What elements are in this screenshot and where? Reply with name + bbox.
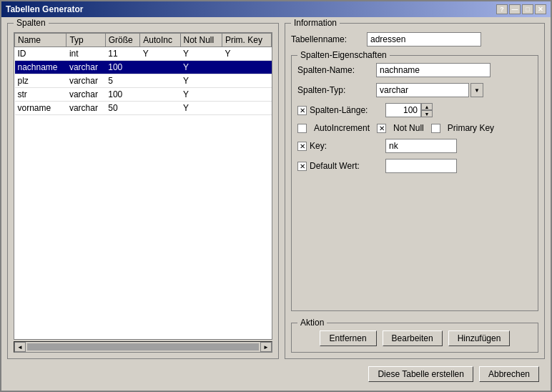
cell-typ: varchar: [66, 102, 105, 115]
cell-name: str: [15, 88, 66, 102]
cell-grosse: 100: [105, 61, 140, 74]
spinbox-up-btn[interactable]: ▲: [421, 103, 433, 110]
cell-primkey: [222, 102, 271, 115]
spalten-eigenschaften-group: Spalten-Eigenschaften Spalten-Name: Spal…: [291, 55, 538, 311]
cell-typ: varchar: [66, 88, 105, 102]
key-checkbox[interactable]: ✕: [297, 142, 307, 151]
cell-typ: varchar: [66, 61, 105, 74]
key-row: ✕ Key:: [297, 139, 532, 153]
spalten-typ-label: Spalten-Typ:: [297, 85, 376, 95]
cell-notnull: Y: [180, 47, 222, 61]
spalten-table-container: Name Typ Größe AutoInc Not Null Prim. Ke…: [14, 32, 272, 340]
bearbeiten-button[interactable]: Bearbeiten: [383, 330, 443, 346]
cell-typ: varchar: [66, 74, 105, 88]
cell-autoinc: Y: [140, 47, 180, 61]
spalten-name-label: Spalten-Name:: [297, 65, 376, 75]
tabellenname-input[interactable]: [367, 32, 481, 46]
col-grosse: Größe: [105, 34, 140, 47]
autoinc-checkbox[interactable]: [297, 124, 307, 133]
autoinc-notnull-row: AutoIncrement ✕ Not Null Primary Key: [297, 123, 532, 133]
cell-name: nachname: [15, 61, 66, 74]
spalten-typ-dropdown[interactable]: ▼: [376, 83, 483, 97]
spalten-name-input[interactable]: [376, 63, 491, 77]
col-name: Name: [15, 34, 66, 47]
col-notnull: Not Null: [180, 34, 222, 47]
bottom-buttons: Diese Tabelle erstellen Abbrechen: [7, 363, 545, 385]
cell-grosse: 100: [105, 88, 140, 102]
tabellenname-label: Tabellenname:: [291, 34, 363, 44]
window-content: Spalten Name Typ Größe AutoInc Not Null …: [1, 17, 551, 391]
spalten-name-row: Spalten-Name:: [297, 63, 532, 77]
table-header-row: Name Typ Größe AutoInc Not Null Prim. Ke…: [15, 34, 272, 47]
col-typ: Typ: [66, 34, 105, 47]
abbrechen-button[interactable]: Abbrechen: [479, 366, 539, 382]
aktion-group-title: Aktion: [297, 318, 327, 328]
information-group-title: Information: [291, 18, 340, 28]
spalten-laenge-checkbox[interactable]: ✕: [297, 106, 307, 115]
spalten-typ-dropdown-btn[interactable]: ▼: [470, 83, 483, 97]
hinzufugen-button[interactable]: Hinzufügen: [448, 330, 511, 346]
col-autoinc: AutoInc: [140, 34, 180, 47]
cell-notnull: Y: [180, 88, 222, 102]
cell-grosse: 11: [105, 47, 140, 61]
default-input[interactable]: [385, 159, 457, 173]
entfernen-button[interactable]: Entfernen: [320, 330, 377, 346]
primarykey-label: Primary Key: [448, 123, 494, 133]
autoinc-label: AutoIncrement: [314, 123, 370, 133]
default-checkbox[interactable]: ✕: [297, 162, 307, 171]
notnull-label: Not Null: [393, 123, 424, 133]
main-row: Spalten Name Typ Größe AutoInc Not Null …: [7, 23, 545, 359]
scroll-left-btn[interactable]: ◄: [14, 342, 26, 352]
erstellen-button[interactable]: Diese Tabelle erstellen: [368, 366, 473, 382]
cell-autoinc: [140, 88, 180, 102]
help-button[interactable]: ?: [496, 4, 508, 14]
default-label: Default Wert:: [310, 161, 385, 171]
table-row[interactable]: IDint11YYY: [15, 47, 272, 61]
horizontal-scrollbar[interactable]: ◄ ►: [14, 341, 272, 353]
maximize-button[interactable]: □: [522, 4, 533, 14]
cell-primkey: [222, 74, 271, 88]
primarykey-checkbox[interactable]: [431, 124, 440, 133]
scroll-right-btn[interactable]: ►: [260, 342, 272, 352]
scroll-track: [27, 343, 259, 351]
cell-notnull: Y: [180, 74, 222, 88]
title-bar-buttons: ? — □ ✕: [496, 4, 546, 14]
notnull-checkbox[interactable]: ✕: [377, 124, 386, 133]
spalten-table: Name Typ Größe AutoInc Not Null Prim. Ke…: [14, 33, 272, 115]
tabellenname-row: Tabellenname:: [291, 32, 538, 46]
spalten-group-title: Spalten: [14, 18, 49, 28]
cell-name: ID: [15, 47, 66, 61]
cell-primkey: Y: [222, 47, 271, 61]
cell-name: plz: [15, 74, 66, 88]
aktion-group: Aktion Entfernen Bearbeiten Hinzufügen: [291, 323, 538, 353]
spalten-laenge-spinbox: ▲ ▼: [385, 103, 433, 117]
spinbox-down-btn[interactable]: ▼: [421, 110, 433, 117]
cell-autoinc: [140, 74, 180, 88]
aktion-buttons: Entfernen Bearbeiten Hinzufügen: [297, 330, 532, 346]
spalten-laenge-label: Spalten-Länge:: [310, 105, 385, 115]
spalten-eigenschaften-title: Spalten-Eigenschaften: [297, 50, 390, 60]
cell-typ: int: [66, 47, 105, 61]
default-row: ✕ Default Wert:: [297, 159, 532, 173]
cell-grosse: 50: [105, 102, 140, 115]
table-row[interactable]: strvarchar100Y: [15, 88, 272, 102]
cell-autoinc: [140, 61, 180, 74]
cell-notnull: Y: [180, 61, 222, 74]
minimize-button[interactable]: —: [509, 4, 521, 14]
cell-grosse: 5: [105, 74, 140, 88]
table-row[interactable]: vornamevarchar50Y: [15, 102, 272, 115]
spalten-typ-input[interactable]: [376, 83, 469, 97]
key-label: Key:: [310, 141, 385, 151]
close-button[interactable]: ✕: [535, 4, 546, 14]
cell-name: vorname: [15, 102, 66, 115]
table-row[interactable]: plzvarchar5Y: [15, 74, 272, 88]
spalten-typ-row: Spalten-Typ: ▼: [297, 83, 532, 97]
cell-notnull: Y: [180, 102, 222, 115]
main-window: Tabellen Generator ? — □ ✕ Spalten Name …: [0, 0, 552, 392]
spalten-laenge-input[interactable]: [385, 103, 421, 117]
information-group: Information Tabellenname: Spalten-Eigens…: [285, 23, 545, 359]
table-row[interactable]: nachnamevarchar100Y: [15, 61, 272, 74]
key-input[interactable]: [385, 139, 457, 153]
col-primkey: Prim. Key: [222, 34, 271, 47]
spalten-laenge-row: ✕ Spalten-Länge: ▲ ▼: [297, 103, 532, 117]
